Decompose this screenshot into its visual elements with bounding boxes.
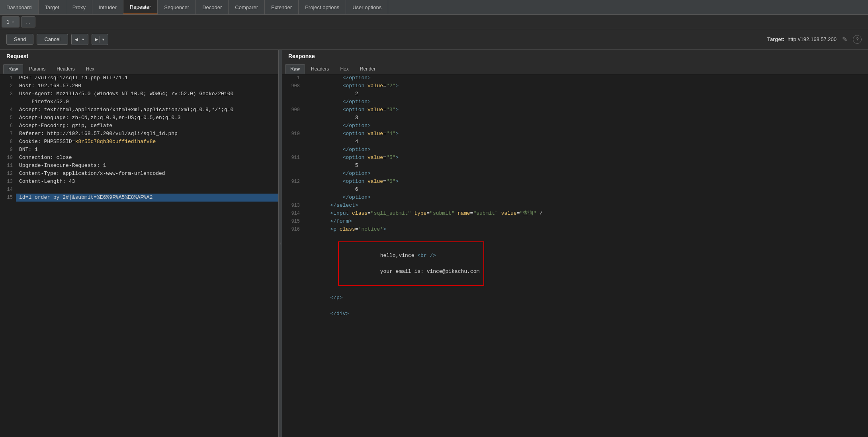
table-row: 14 (0, 186, 278, 194)
request-tab-bar: Raw Params Headers Hex (0, 63, 278, 74)
menu-proxy[interactable]: Proxy (66, 0, 92, 14)
response-panel: Response Raw Headers Hex Render 1 </opti… (282, 50, 868, 437)
forward-arrow-icon: ▶ (95, 36, 98, 43)
main-content: Request Raw Params Headers Hex 1 POST /v… (0, 50, 868, 437)
table-row: 914 <input class="sqli_submit" type="sub… (282, 210, 868, 218)
response-tab-raw[interactable]: Raw (285, 64, 305, 74)
table-row: 9 DNT: 1 (0, 146, 278, 154)
drag-handle[interactable]: ⋮ (279, 50, 282, 437)
table-row: </option> (282, 194, 868, 202)
cancel-button[interactable]: Cancel (37, 34, 68, 45)
target-url: http://192.168.57.200 (788, 36, 837, 42)
table-row: 909 <option value="3"> (282, 106, 868, 114)
back-arrow-icon: ◀ (75, 36, 78, 43)
table-row: 4 (282, 138, 868, 146)
request-tab-raw[interactable]: Raw (3, 64, 23, 74)
drag-dots-icon: ⋮ (279, 242, 282, 245)
table-row: 12 Content-Type: application/x-www-form-… (0, 170, 278, 178)
response-tab-hex[interactable]: Hex (335, 64, 354, 74)
table-row: 2 Host: 192.168.57.200 (0, 82, 278, 90)
table-row: Firefox/52.0 (0, 98, 278, 106)
table-row: 2 (282, 90, 868, 98)
tab-ellipsis-label: ... (26, 19, 30, 25)
table-row: 11 Upgrade-Insecure-Requests: 1 (0, 162, 278, 170)
table-row: 3 (282, 114, 868, 122)
table-row: </div> (282, 310, 868, 318)
table-row: </p> (282, 294, 868, 302)
table-row: 908 <option value="2"> (282, 82, 868, 90)
menu-comparer[interactable]: Comparer (229, 0, 265, 14)
request-tab-headers[interactable]: Headers (51, 64, 80, 74)
menu-project-options[interactable]: Project options (299, 0, 346, 14)
menu-target[interactable]: Target (39, 0, 66, 14)
response-code-area[interactable]: 1 </option> 908 <option value="2"> 2 </o (282, 74, 868, 437)
table-row: 911 <option value="5"> (282, 154, 868, 162)
menu-repeater[interactable]: Repeater (123, 0, 158, 14)
table-row: </option> (282, 146, 868, 154)
highlighted-content: hello,vince <br /> your email is: vince@… (338, 241, 484, 286)
response-tab-render[interactable]: Render (355, 64, 381, 74)
menu-decoder[interactable]: Decoder (196, 0, 229, 14)
table-row: 1 </option> (282, 74, 868, 82)
menu-extender[interactable]: Extender (265, 0, 299, 14)
menu-sequencer[interactable]: Sequencer (158, 0, 196, 14)
table-row: 13 Content-Length: 43 (0, 178, 278, 186)
tab-bar: 1 × ... (0, 15, 868, 29)
menu-intruder[interactable]: Intruder (92, 0, 123, 14)
send-button[interactable]: Send (6, 34, 33, 45)
request-title: Request (0, 50, 278, 63)
menu-user-options[interactable]: User options (346, 0, 388, 14)
target-info: Target: http://192.168.57.200 ✎ ? (767, 35, 862, 44)
table-row: 1 POST /vul/sqli/sqli_id.php HTTP/1.1 (0, 74, 278, 82)
table-row: 5 (282, 162, 868, 170)
edit-target-button[interactable]: ✎ (840, 35, 850, 44)
response-tab-bar: Raw Headers Hex Render (282, 63, 868, 74)
table-row: 15 id=1 order by 2#|&submit=%E6%9F%A5%E8… (0, 194, 278, 202)
tab-1-label: 1 (7, 19, 10, 25)
table-row: 915 </form> (282, 218, 868, 225)
table-row: </option> (282, 170, 868, 178)
table-row: 3 User-Agent: Mozilla/5.0 (Windows NT 10… (0, 90, 278, 98)
tab-1-close[interactable]: × (12, 20, 14, 24)
help-button[interactable]: ? (853, 35, 862, 44)
table-row: </option> (282, 98, 868, 106)
table-row: 4 Accept: text/html,application/xhtml+xm… (0, 106, 278, 114)
menu-bar: Dashboard Target Proxy Intruder Repeater… (0, 0, 868, 15)
target-label: Target: (767, 36, 784, 42)
table-row (282, 302, 868, 310)
forward-button[interactable]: ▶ ▾ (92, 34, 109, 45)
table-row: 7 Referer: http://192.168.57.200/vul/sql… (0, 130, 278, 138)
table-row: 913 </select> (282, 202, 868, 210)
table-row: 10 Connection: close (0, 154, 278, 162)
response-title: Response (282, 50, 868, 63)
toolbar: Send Cancel ◀ ▾ ▶ ▾ Target: http://192.1… (0, 29, 868, 50)
request-code-area[interactable]: 1 POST /vul/sqli/sqli_id.php HTTP/1.1 2 … (0, 74, 278, 437)
request-tab-params[interactable]: Params (24, 64, 51, 74)
request-tab-hex[interactable]: Hex (81, 64, 100, 74)
back-button[interactable]: ◀ ▾ (71, 34, 88, 45)
table-row: 6 (282, 186, 868, 194)
table-row: hello,vince <br /> your email is: vince@… (282, 233, 868, 294)
table-row: 912 <option value="6"> (282, 178, 868, 186)
menu-dashboard[interactable]: Dashboard (0, 0, 39, 14)
tab-ellipsis[interactable]: ... (21, 16, 35, 27)
request-panel: Request Raw Params Headers Hex 1 POST /v… (0, 50, 279, 437)
table-row: 916 <p class='notice'> (282, 225, 868, 233)
table-row: 6 Accept-Encoding: gzip, deflate (0, 122, 278, 130)
forward-dropdown-icon[interactable]: ▾ (100, 36, 105, 43)
tab-1[interactable]: 1 × (2, 16, 20, 27)
table-row: 5 Accept-Language: zh-CN,zh;q=0.8,en-US;… (0, 114, 278, 122)
response-tab-headers[interactable]: Headers (306, 64, 334, 74)
table-row: 910 <option value="4"> (282, 130, 868, 138)
table-row: 8 Cookie: PHPSESSID=k8r55q78qh30cuff1edi… (0, 138, 278, 146)
back-dropdown-icon[interactable]: ▾ (80, 36, 85, 43)
table-row: </option> (282, 122, 868, 130)
